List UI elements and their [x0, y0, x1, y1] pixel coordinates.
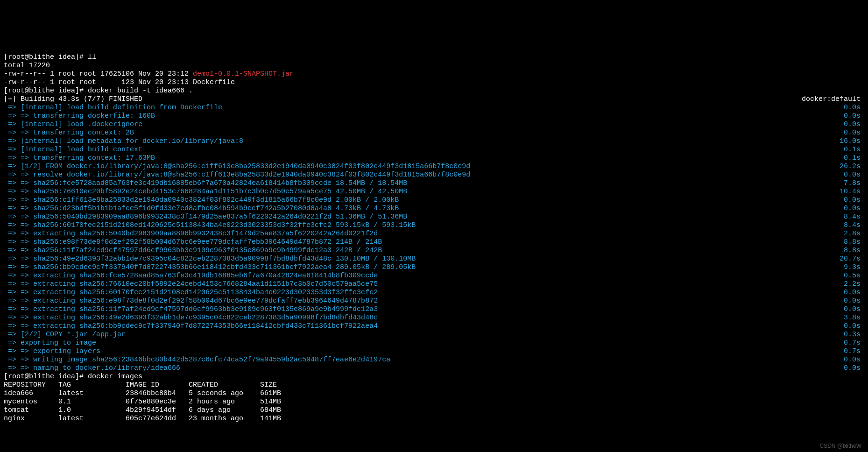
- build-step-line: => [internal] load build definition from…: [4, 104, 864, 112]
- build-step-time: 0.0s: [844, 196, 864, 205]
- build-step-text: => => exporting layers: [4, 347, 100, 356]
- build-step-text: => => sha256:5040bd2983909aa8896b9932438…: [4, 213, 407, 221]
- build-step-text: => [1/2] FROM docker.io/library/java:8@s…: [4, 162, 470, 171]
- build-step-time: 0.7s: [844, 339, 864, 347]
- build-step-line: => [internal] load build context0.1s: [4, 146, 864, 154]
- build-step-line: => => extracting sha256:60170fec2151d210…: [4, 289, 864, 297]
- build-step-time: 0.0s: [844, 356, 864, 364]
- build-step-line: => => sha256:49e2d6393f32abb1de7c9395c04…: [4, 255, 864, 263]
- build-step-text: => => resolve docker.io/library/java:8@s…: [4, 171, 470, 179]
- build-step-line: => => sha256:5040bd2983909aa8896b9932438…: [4, 213, 864, 221]
- build-step-text: => => extracting sha256:60170fec2151d210…: [4, 289, 378, 297]
- build-step-time: 0.3s: [844, 331, 864, 339]
- build-step-line: => => sha256:76610ec20bf5892e24cebd4153c…: [4, 188, 864, 196]
- build-step-time: 0.0s: [844, 171, 864, 179]
- build-step-text: => => sha256:60170fec2151d2108ed1420625c…: [4, 221, 416, 230]
- build-step-line: => => extracting sha256:bb9cdec9c7f33794…: [4, 322, 864, 331]
- images-row: tomcat 1.0 4b29f94514df 6 days ago 684MB: [4, 406, 864, 415]
- build-step-time: 0.0s: [844, 129, 864, 137]
- jar-filename: demo1-0.0.1-SNAPSHOT.jar: [193, 70, 294, 78]
- build-step-line: => => resolve docker.io/library/java:8@s…: [4, 171, 864, 179]
- images-rows: idea666 latest 23846bbc80b4 5 seconds ag…: [4, 389, 864, 423]
- build-step-text: => exporting to image: [4, 339, 96, 347]
- build-step-line: => => transferring context: 17.63MB0.1s: [4, 154, 864, 162]
- build-step-line: => => transferring context: 2B0.0s: [4, 129, 864, 137]
- images-row: mycentos 0.1 0f75e880ec3e 2 hours ago 51…: [4, 398, 864, 406]
- images-row: nginx latest 605c77e624dd 23 months ago …: [4, 415, 864, 423]
- build-step-line: => => sha256:fce5728aad85a763fe3c419db16…: [4, 179, 864, 188]
- build-step-text: => => sha256:e98f73de8f0d2ef292f58b004d6…: [4, 238, 382, 247]
- build-step-line: => [1/2] FROM docker.io/library/java:8@s…: [4, 162, 864, 171]
- build-step-time: 2.2s: [844, 280, 864, 289]
- build-step-time: 9.3s: [844, 263, 864, 272]
- build-step-text: => [internal] load build definition from…: [4, 104, 222, 112]
- build-step-text: => => writing image sha256:23846bbc80b44…: [4, 356, 390, 364]
- build-step-line: => => extracting sha256:5040bd2983909aa8…: [4, 230, 864, 238]
- build-step-time: 16.0s: [840, 137, 864, 146]
- build-step-time: 0.0s: [844, 104, 864, 112]
- build-step-line: => => extracting sha256:49e2d6393f32abb1…: [4, 314, 864, 322]
- build-step-time: 10.4s: [840, 188, 864, 196]
- build-step-text: => => extracting sha256:bb9cdec9c7f33794…: [4, 322, 378, 331]
- build-step-text: => => transferring dockerfile: 160B: [4, 112, 155, 120]
- build-steps: => [internal] load build definition from…: [4, 104, 864, 373]
- build-step-line: => exporting to image0.7s: [4, 339, 864, 347]
- terminal[interactable]: [root@blithe idea]# ll total 17220 -rw-r…: [0, 42, 868, 426]
- build-step-time: 0.0s: [844, 289, 864, 297]
- build-step-time: 0.0s: [844, 364, 864, 373]
- build-step-text: => => sha256:bb9cdec9c7f337940f7d8722743…: [4, 263, 416, 272]
- build-step-line: => => sha256:11f7af24ed9cf47597dd6cf9963…: [4, 247, 864, 255]
- build-step-text: => => transferring context: 2B: [4, 129, 134, 137]
- build-step-text: => => sha256:49e2d6393f32abb1de7c9395c04…: [4, 255, 416, 263]
- build-step-text: => => sha256:fce5728aad85a763fe3c419db16…: [4, 179, 407, 188]
- build-step-line: => [internal] load .dockerignore0.0s: [4, 120, 864, 129]
- build-step-text: => [internal] load .dockerignore: [4, 120, 142, 129]
- build-step-text: => => extracting sha256:e98f73de8f0d2ef2…: [4, 297, 378, 305]
- build-step-time: 0.1s: [844, 146, 864, 154]
- build-step-time: 8.8s: [844, 238, 864, 247]
- prompt-line: [root@blithe idea]# ll: [4, 53, 96, 61]
- build-step-text: => => transferring context: 17.63MB: [4, 154, 155, 162]
- build-step-time: 8.4s: [844, 221, 864, 230]
- build-step-line: => => exporting layers0.7s: [4, 347, 864, 356]
- build-step-time: 2.8s: [844, 230, 864, 238]
- build-step-time: 0.1s: [844, 154, 864, 162]
- build-step-time: 20.7s: [840, 255, 864, 263]
- build-header: [+] Building 43.3s (7/7) FINISHEDdocker:…: [4, 95, 864, 104]
- build-step-text: => [2/2] COPY *.jar /app.jar: [4, 331, 126, 339]
- build-step-line: => => naming to docker.io/library/idea66…: [4, 364, 864, 373]
- ls-total: total 17220: [4, 62, 50, 70]
- build-step-line: => => sha256:60170fec2151d2108ed1420625c…: [4, 221, 864, 230]
- build-step-text: => => sha256:d23bdf5b1b1b1afce5f1d0fd33e…: [4, 205, 399, 213]
- build-step-time: 3.8s: [844, 314, 864, 322]
- build-step-line: => => sha256:c1ff613e8ba25833d2e1940da09…: [4, 196, 864, 205]
- build-step-time: 8.4s: [844, 213, 864, 221]
- build-step-line: => => sha256:bb9cdec9c7f337940f7d8722743…: [4, 263, 864, 272]
- build-step-line: => => transferring dockerfile: 160B0.0s: [4, 112, 864, 120]
- build-step-time: 0.0s: [844, 205, 864, 213]
- ls-perms: -rw-r--r-- 1 root root 17625106 Nov 20 2…: [4, 70, 193, 78]
- build-step-text: => => sha256:76610ec20bf5892e24cebd4153c…: [4, 188, 407, 196]
- watermark: CSDN @blitheW: [819, 443, 861, 449]
- ls-row: -rw-r--r-- 1 root root 123 Nov 20 23:13 …: [4, 78, 235, 86]
- build-step-line: => => sha256:d23bdf5b1b1b1afce5f1d0fd33e…: [4, 205, 864, 213]
- build-step-time: 8.8s: [844, 247, 864, 255]
- build-step-time: 0.7s: [844, 347, 864, 356]
- build-step-text: => => naming to docker.io/library/idea66…: [4, 364, 180, 373]
- build-step-time: 0.0s: [844, 322, 864, 331]
- build-step-time: 0.0s: [844, 297, 864, 305]
- build-step-time: 26.2s: [840, 162, 864, 171]
- images-row: idea666 latest 23846bbc80b4 5 seconds ag…: [4, 389, 864, 398]
- build-step-time: 0.5s: [844, 272, 864, 280]
- build-step-line: => => writing image sha256:23846bbc80b44…: [4, 356, 864, 364]
- prompt-line: [root@blithe idea]# docker build -t idea…: [4, 87, 193, 95]
- build-step-line: => => extracting sha256:e98f73de8f0d2ef2…: [4, 297, 864, 305]
- build-step-text: => => extracting sha256:5040bd2983909aa8…: [4, 230, 378, 238]
- build-step-text: => => extracting sha256:49e2d6393f32abb1…: [4, 314, 378, 322]
- build-step-line: => [2/2] COPY *.jar /app.jar0.3s: [4, 331, 864, 339]
- build-step-time: 0.0s: [844, 112, 864, 120]
- build-step-line: => [internal] load metadata for docker.i…: [4, 137, 864, 146]
- build-step-line: => => extracting sha256:11f7af24ed9cf475…: [4, 305, 864, 314]
- build-step-line: => => extracting sha256:fce5728aad85a763…: [4, 272, 864, 280]
- build-step-text: => => sha256:11f7af24ed9cf47597dd6cf9963…: [4, 247, 382, 255]
